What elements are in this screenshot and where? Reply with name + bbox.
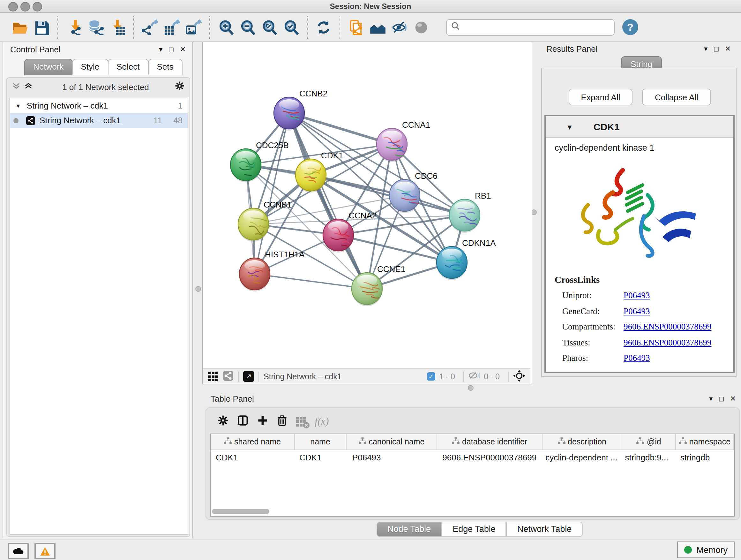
zoom-in-icon[interactable] — [215, 17, 237, 37]
tab-style[interactable]: Style — [72, 59, 108, 75]
network-options-gear-icon[interactable] — [175, 81, 185, 92]
column-header-description[interactable]: description — [542, 434, 622, 449]
open-file-icon[interactable] — [9, 17, 30, 37]
network-view-status-bar: ↗ String Network – cdk1 ✓ 1 - 0 0 - 0 — [203, 368, 530, 384]
table-cell[interactable]: stringdb — [675, 450, 734, 465]
control-panel-maximize-icon[interactable]: ◻ — [168, 45, 174, 54]
network-view[interactable]: CCNB2 CCNA1 CDC25B CDK1 CDC6 RB1 CCNB1 — [202, 42, 532, 384]
current-network-name: String Network – cdk1 — [264, 372, 342, 381]
control-panel-close-icon[interactable]: ✕ — [180, 45, 186, 54]
entry-collapse-arrow-icon[interactable]: ▼ — [566, 123, 573, 131]
protein-node-HIST1H1A[interactable]: HIST1H1A — [239, 250, 305, 292]
collapse-all-networks-icon[interactable] — [12, 82, 20, 92]
column-header--id[interactable]: @id — [622, 434, 676, 449]
column-header-canonical-name[interactable]: canonical name — [346, 434, 437, 449]
network-edge[interactable] — [255, 274, 367, 289]
protein-node-CDKN1A[interactable]: CDKN1A — [436, 238, 496, 280]
tree-expander-icon[interactable]: ▼ — [15, 103, 21, 109]
open-in-window-icon[interactable]: ↗ — [243, 371, 254, 382]
search-input[interactable] — [446, 19, 615, 36]
results-panel-close-icon[interactable]: ✕ — [725, 45, 731, 53]
network-graph[interactable]: CCNB2 CCNA1 CDC25B CDK1 CDC6 RB1 CCNB1 — [203, 42, 530, 368]
first-neighbors-icon[interactable] — [367, 17, 389, 37]
tab-select[interactable]: Select — [108, 59, 148, 75]
column-header-database-identifier[interactable]: database identifier — [437, 434, 542, 449]
table-row[interactable]: CDK1CDK1P064939606.ENSP00000378699cyclin… — [211, 450, 734, 465]
memory-button[interactable]: Memory — [677, 542, 735, 558]
delete-column-trash-icon[interactable] — [277, 415, 287, 428]
selected-filter-checkbox[interactable]: ✓ — [427, 372, 435, 381]
control-panel-float-icon[interactable]: ▾ — [159, 45, 162, 54]
column-header-name[interactable]: name — [295, 434, 346, 449]
collapse-all-button[interactable]: Collapse All — [642, 89, 711, 105]
network-from-clipboard-icon[interactable] — [345, 17, 367, 37]
network-share-icon[interactable] — [223, 370, 233, 383]
expand-all-networks-icon[interactable] — [24, 82, 32, 92]
column-header-shared-name[interactable]: shared name — [211, 434, 295, 449]
refresh-icon[interactable] — [313, 17, 334, 37]
table-cell[interactable]: P06493 — [347, 450, 437, 465]
crosslink-label: Tissues: — [562, 337, 623, 348]
node-table[interactable]: shared namenamecanonical namedatabase id… — [210, 434, 735, 516]
help-button[interactable]: ? — [622, 19, 638, 35]
table-cell[interactable]: 9606.ENSP00000378699 — [437, 450, 540, 465]
crosslink-value-link[interactable]: 9606.ENSP00000378699 — [623, 322, 711, 332]
hide-selected-icon[interactable] — [389, 17, 410, 37]
tab-network[interactable]: Network — [24, 59, 72, 75]
network-tree-item[interactable]: ▼String Network – cdk11 — [10, 98, 188, 113]
import-from-database-icon[interactable] — [85, 17, 107, 37]
protein-node-CCNB1[interactable]: CCNB1 — [238, 200, 292, 242]
memory-label: Memory — [696, 545, 728, 555]
table-panel-close-icon[interactable]: ✕ — [730, 395, 736, 403]
crosslink-value-link[interactable]: P06493 — [623, 306, 650, 316]
node-label-CCNB1: CCNB1 — [264, 200, 292, 209]
crosslink-value-link[interactable]: P06493 — [623, 291, 650, 301]
network-tree-item[interactable]: String Network – cdk11148 — [10, 113, 188, 128]
results-panel-float-icon[interactable]: ▾ — [704, 45, 708, 53]
bottom-splitter-handle[interactable] — [468, 385, 474, 391]
crosslink-value-link[interactable]: P06493 — [623, 353, 650, 363]
crosslink-label: Compartments: — [562, 322, 623, 332]
export-image-icon[interactable] — [183, 17, 204, 37]
zoom-fit-icon[interactable] — [259, 17, 280, 37]
warning-status-button[interactable] — [35, 543, 56, 559]
birdseye-grid-icon[interactable] — [208, 372, 218, 381]
table-options-gear-icon[interactable] — [218, 415, 228, 428]
tab-edge-table[interactable]: Edge Table — [442, 522, 507, 537]
cloud-status-button[interactable] — [8, 543, 29, 559]
table-panel-title: Table Panel — [211, 394, 254, 403]
table-horizontal-scrollbar[interactable] — [212, 509, 269, 514]
save-session-icon[interactable] — [30, 17, 52, 37]
crosslink-value-link[interactable]: 9606.ENSP00000378699 — [623, 337, 711, 348]
export-network-icon[interactable] — [139, 17, 161, 37]
expand-all-button[interactable]: Expand All — [569, 89, 632, 105]
zoom-selected-icon[interactable] — [280, 17, 302, 37]
show-columns-icon[interactable] — [238, 415, 248, 428]
protein-node-CCNB2[interactable]: CCNB2 — [274, 89, 327, 131]
tab-sets[interactable]: Sets — [148, 59, 182, 75]
table-cell[interactable]: CDK1 — [211, 450, 294, 465]
column-header-namespace[interactable]: namespace — [676, 434, 734, 449]
import-table-icon[interactable] — [107, 17, 128, 37]
network-edge[interactable] — [289, 113, 367, 289]
protein-node-RB1[interactable]: RB1 — [449, 191, 491, 233]
add-column-icon[interactable] — [257, 415, 268, 428]
table-cell[interactable]: cyclin-dependent ... — [540, 450, 620, 465]
import-network-icon[interactable] — [63, 17, 85, 37]
zoom-out-icon[interactable] — [237, 17, 259, 37]
left-splitter-handle[interactable] — [195, 286, 201, 292]
table-panel-float-icon[interactable]: ▾ — [709, 395, 713, 403]
protein-node-CCNE1[interactable]: CCNE1 — [352, 264, 405, 306]
results-panel-maximize-icon[interactable]: ◻ — [713, 45, 719, 53]
show-all-icon[interactable] — [410, 17, 432, 37]
table-cell[interactable]: stringdb:9... — [620, 450, 675, 465]
search-field[interactable] — [460, 22, 610, 32]
tab-node-table[interactable]: Node Table — [377, 522, 442, 537]
table-panel-maximize-icon[interactable]: ◻ — [718, 395, 724, 403]
export-table-icon[interactable] — [161, 17, 183, 37]
fit-selected-crosshair-icon[interactable] — [513, 369, 525, 383]
protein-node-CCNA1[interactable]: CCNA1 — [377, 120, 430, 162]
tab-network-table[interactable]: Network Table — [507, 522, 583, 537]
network-edge[interactable] — [289, 113, 392, 144]
table-cell[interactable]: CDK1 — [294, 450, 347, 465]
